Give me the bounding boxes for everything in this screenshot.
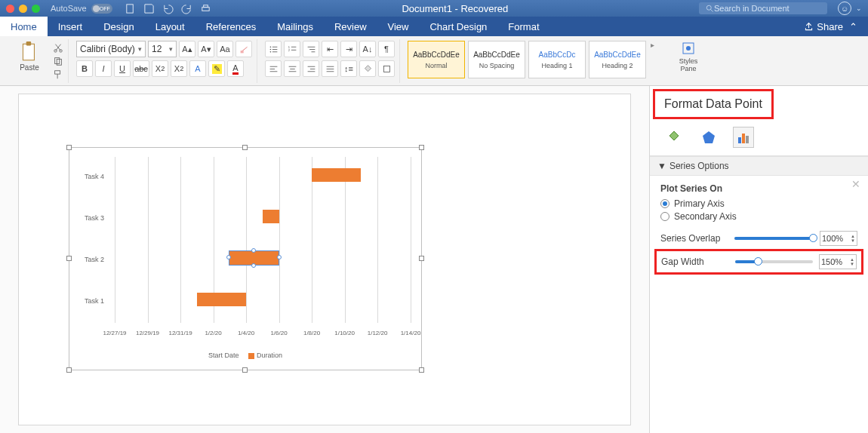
cut-icon[interactable]	[53, 42, 63, 53]
search-input[interactable]	[714, 4, 820, 13]
x-axis-label: 1/2/20	[205, 330, 221, 336]
font-size-combo[interactable]: 12▾	[148, 41, 177, 57]
autosave-switch[interactable]: OFF	[91, 4, 112, 14]
copy-icon[interactable]	[53, 56, 63, 66]
series-options-tab[interactable]	[733, 127, 754, 148]
format-painter-icon[interactable]	[53, 69, 63, 80]
text-effects-button[interactable]: A	[189, 60, 206, 77]
x-axis-label: 1/4/20	[238, 330, 254, 336]
tab-chart-design[interactable]: Chart Design	[419, 17, 497, 36]
resize-handle[interactable]	[242, 367, 248, 373]
align-left-button[interactable]	[265, 60, 282, 77]
page-icon[interactable]	[125, 3, 136, 14]
subscript-button[interactable]: X2	[152, 60, 168, 77]
tab-view[interactable]: View	[377, 17, 420, 36]
titlebar-menu-caret[interactable]: ⌄	[856, 5, 862, 12]
decrease-indent-button[interactable]: ⇤	[322, 41, 338, 57]
gap-width-slider[interactable]	[735, 260, 813, 263]
chart-object[interactable]: Task 4 Task 3 Task 2 Task 1 12/27/19 12/…	[69, 147, 422, 370]
style-normal[interactable]: AaBbCcDdEeNormal	[408, 41, 465, 78]
plot-series-on-label: Plot Series On	[660, 183, 857, 194]
style-heading-1[interactable]: AaBbCcDcHeading 1	[528, 41, 586, 78]
data-point-handle[interactable]	[277, 255, 282, 259]
tab-references[interactable]: References	[195, 17, 266, 36]
multilevel-list-button[interactable]	[303, 41, 319, 57]
minimize-window-button[interactable]	[19, 5, 27, 13]
document-canvas[interactable]: Task 4 Task 3 Task 2 Task 1 12/27/19 12/…	[0, 86, 649, 433]
tab-insert[interactable]: Insert	[48, 17, 94, 36]
font-color-button[interactable]: A	[227, 60, 244, 77]
chart-bar-task2-selected[interactable]	[229, 251, 279, 265]
tab-layout[interactable]: Layout	[145, 17, 195, 36]
tab-format[interactable]: Format	[497, 17, 549, 36]
data-point-handle[interactable]	[226, 255, 231, 259]
bullets-button[interactable]	[265, 41, 282, 57]
feedback-icon[interactable]: ☺	[838, 2, 851, 15]
paste-button[interactable]: Paste	[9, 41, 50, 81]
series-overlap-input[interactable]: 100%▲▼	[820, 231, 857, 246]
grow-font-button[interactable]: A▴	[179, 41, 195, 57]
undo-icon[interactable]	[162, 3, 174, 14]
resize-handle[interactable]	[66, 367, 72, 373]
autosave-toggle[interactable]: AutoSave OFF	[51, 4, 112, 14]
align-right-button[interactable]	[303, 60, 319, 77]
font-name-combo[interactable]: Calibri (Body)▾	[76, 41, 146, 57]
resize-handle[interactable]	[66, 145, 72, 150]
chart-bar-task3[interactable]	[263, 210, 279, 223]
effects-tab[interactable]	[698, 127, 719, 148]
shrink-font-button[interactable]: A▾	[198, 41, 214, 57]
save-icon[interactable]	[143, 3, 155, 14]
series-options-header[interactable]: ▼Series Options	[650, 156, 868, 176]
close-pane-button[interactable]: ✕	[851, 178, 860, 190]
resize-handle[interactable]	[242, 145, 248, 150]
series-overlap-slider[interactable]	[734, 237, 814, 240]
secondary-axis-radio[interactable]: Secondary Axis	[660, 211, 857, 222]
style-heading-2[interactable]: AaBbCcDdEeHeading 2	[589, 41, 646, 78]
styles-pane-button[interactable]: Styles Pane	[672, 41, 705, 72]
fill-and-line-tab[interactable]	[663, 127, 685, 148]
style-no-spacing[interactable]: AaBbCcDdEeNo Spacing	[468, 41, 525, 78]
increase-indent-button[interactable]: ⇥	[340, 41, 357, 57]
borders-button[interactable]	[378, 60, 395, 77]
maximize-window-button[interactable]	[32, 5, 40, 13]
redo-icon[interactable]	[181, 3, 192, 14]
close-window-button[interactable]	[6, 5, 14, 13]
data-point-handle[interactable]	[251, 248, 256, 253]
tab-design[interactable]: Design	[93, 17, 144, 36]
styles-gallery-scroll[interactable]: ▸	[649, 41, 656, 49]
tab-review[interactable]: Review	[324, 17, 377, 36]
show-marks-button[interactable]: ¶	[378, 41, 395, 57]
justify-button[interactable]	[322, 60, 338, 77]
resize-handle[interactable]	[419, 367, 424, 373]
primary-axis-radio[interactable]: Primary Axis	[660, 198, 857, 209]
ribbon-home: Paste Calibri (Body)▾ 12▾ A▴ A▾ Aa B I U…	[0, 36, 868, 86]
numbering-button[interactable]: 12	[284, 41, 300, 57]
tab-home[interactable]: Home	[0, 17, 48, 36]
resize-handle[interactable]	[419, 145, 424, 150]
legend-swatch-icon	[248, 353, 254, 359]
search-box[interactable]	[699, 2, 827, 14]
align-center-button[interactable]	[284, 60, 300, 77]
resize-handle[interactable]	[419, 256, 424, 261]
bold-button[interactable]: B	[76, 60, 93, 77]
chart-bar-task4[interactable]	[312, 168, 361, 182]
print-icon[interactable]	[200, 3, 211, 14]
chart-legend[interactable]: Start Date Duration	[69, 352, 421, 359]
shading-button[interactable]	[359, 60, 376, 77]
chart-plot-area[interactable]: Task 4 Task 3 Task 2 Task 1 12/27/19 12/…	[85, 157, 411, 323]
italic-button[interactable]: I	[95, 60, 112, 77]
clear-formatting-button[interactable]	[235, 41, 252, 57]
gap-width-input[interactable]: 150%▲▼	[819, 254, 857, 269]
share-button[interactable]: Share ⌃	[793, 17, 868, 36]
sort-button[interactable]: A↓	[359, 41, 376, 57]
underline-button[interactable]: U	[114, 60, 131, 77]
data-point-handle[interactable]	[251, 263, 256, 268]
tab-mailings[interactable]: Mailings	[266, 17, 324, 36]
highlight-button[interactable]: ✎	[208, 60, 225, 77]
superscript-button[interactable]: X2	[171, 60, 187, 77]
line-spacing-button[interactable]: ↕≡	[340, 60, 357, 77]
chart-bar-task1[interactable]	[197, 293, 246, 306]
change-case-button[interactable]: Aa	[217, 41, 233, 57]
strikethrough-button[interactable]: abc	[133, 60, 149, 77]
resize-handle[interactable]	[66, 256, 72, 261]
